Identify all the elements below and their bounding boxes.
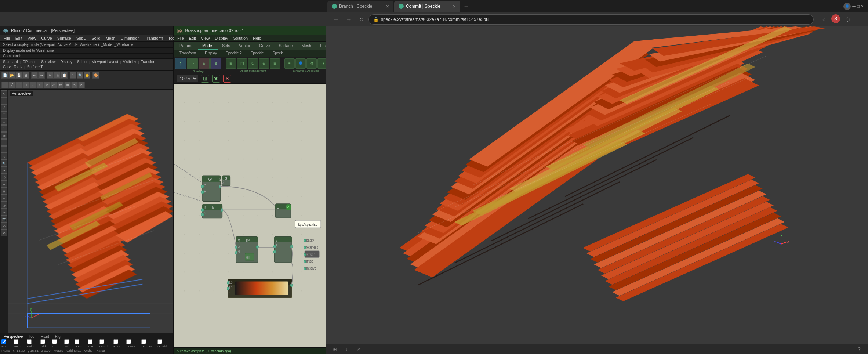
viewport-tab-top[interactable]: Top [26,335,37,339]
toolbar-setview[interactable]: Set View [40,59,57,64]
menu-view[interactable]: View [25,35,39,42]
back-button[interactable]: ← [331,14,341,25]
open-icon[interactable]: 📂 [8,72,15,79]
paste-icon[interactable]: 📋 [61,72,68,79]
pan-icon[interactable]: ✋ [84,72,90,79]
mirror-icon[interactable]: ⇔ [57,82,64,88]
new-file-icon[interactable]: 📄 [1,72,8,79]
toolbar-display[interactable]: Display [59,59,74,64]
settings-icon[interactable]: ⋮ [855,14,865,25]
menu-mesh[interactable]: Mesh [103,35,118,42]
status-planar[interactable]: Planar [95,349,105,353]
gh-stream-btn-3[interactable]: ⚙ [306,58,317,69]
gh-obj-btn-4[interactable]: ◈ [259,58,269,69]
viewport-tab-perspective[interactable]: Perspective [1,335,25,339]
gh-menu-display[interactable]: Display [213,35,230,42]
zoom-dropdown[interactable]: 100% 75% 150% [177,75,198,82]
speckle-3d-viewer[interactable]: X Y Z [326,26,868,344]
extrude-icon[interactable]: ↑ [36,82,43,88]
minimize-button[interactable]: ─ [852,4,856,9]
zoom-icon[interactable]: 🔍 [77,72,83,79]
gh-eye-btn[interactable]: 👁 [212,75,220,83]
tool-history[interactable]: ⟲ [1,223,7,230]
gh-obj-btn-2[interactable]: ◫ [237,58,247,69]
status-ortho[interactable]: Ortho [84,349,93,353]
tool-camera[interactable]: 📷 [1,216,7,223]
tool-snap[interactable]: ⊞ [1,188,7,195]
array-icon[interactable]: ⊞ [64,82,71,88]
tool-box[interactable]: □ [1,118,7,125]
toolbar-cplanes[interactable]: CPlanes [21,59,38,64]
speckle-expand-btn[interactable]: ⤢ [354,345,363,354]
refresh-button[interactable]: ↻ [356,14,366,25]
menu-surface[interactable]: Surface [55,35,73,42]
tool-layer[interactable]: ≡ [1,195,7,202]
tool-workspace[interactable]: ⚙ [1,230,7,236]
gh-send-btn-2[interactable]: → [187,58,198,69]
menu-file[interactable]: File [1,35,12,42]
gh-send-btn-1[interactable]: ↑ [175,58,186,69]
speckle-download-btn[interactable]: ↓ [342,345,351,354]
viewport-tab-right[interactable]: Right [53,335,66,339]
toolbar-standard[interactable]: Standard [1,59,19,64]
status-gridsnap[interactable]: Grid Snap [66,349,81,353]
polyline-icon[interactable]: ⌒ [15,82,22,88]
gh-obj-btn-3[interactable]: ⬡ [248,58,258,69]
redo-icon[interactable]: ↪ [38,72,45,79]
star-icon[interactable]: ☆ [819,14,829,25]
close-button[interactable]: × [861,4,864,9]
speckle-grid-btn[interactable]: ⊞ [330,345,339,354]
gh-tab-speckle[interactable]: Speckle [246,50,268,57]
tool-dimension[interactable]: ↕ [1,146,7,153]
gh-tab-maths[interactable]: Maths [198,42,218,50]
box-icon[interactable]: □ [22,82,29,88]
gh-obj-btn-1[interactable]: ⊞ [226,58,236,69]
gh-tab-display2[interactable]: Display [200,50,221,57]
tool-curve[interactable]: ⌒ [1,111,7,118]
gh-tab-mesh[interactable]: Mesh [297,42,316,50]
menu-solid[interactable]: Solid [89,35,102,42]
gh-tab-sets[interactable]: Sets [218,42,235,50]
rhino-viewport[interactable]: Perspective [8,90,173,333]
toolbar-select[interactable]: Select [76,59,89,64]
branch-tab-close[interactable]: × [386,3,389,9]
menu-dimension[interactable]: Dimension [119,35,142,42]
menu-subd[interactable]: SubD [74,35,89,42]
toolbar-transform[interactable]: Transform [139,59,159,64]
sphere-icon[interactable]: ○ [29,82,36,88]
gh-stream-btn-4[interactable]: ⟨⟩ [317,58,326,69]
scale-icon[interactable]: ⤢ [50,82,57,88]
tool-solid[interactable]: ◉ [1,132,7,139]
toolbar-curve-tools[interactable]: Curve Tools [1,65,24,69]
commit-tab-close[interactable]: × [453,3,456,9]
gh-tab-vector[interactable]: Vector [235,42,255,50]
tool-light[interactable]: ☀ [1,209,7,216]
profile-circle-icon[interactable]: S [831,14,840,23]
copy-icon[interactable]: ⎘ [54,72,61,79]
gh-tab-surface[interactable]: Surface [274,42,297,50]
tool-surface[interactable]: ⬚ [1,125,7,132]
extension-icon[interactable]: ⬡ [842,14,853,25]
tool-v6[interactable]: ⬡ [1,174,7,181]
gh-menu-edit[interactable]: Edit [187,35,198,42]
gh-stop-btn[interactable]: ✕ [223,75,231,83]
gh-menu-solution[interactable]: Solution [231,35,250,42]
gh-menu-help[interactable]: Help [251,35,264,42]
toolbar-surface-tools[interactable]: Surface To... [25,65,49,69]
line-icon[interactable]: ╱ [8,82,15,88]
speckle-help-btn[interactable]: ? [855,345,864,354]
toolbar-visibility[interactable]: Visibility [121,59,138,64]
tool-material[interactable]: ◎ [1,202,7,209]
toolbar-viewport-layout[interactable]: Viewport Layout [91,59,120,64]
render-preview-icon[interactable]: 🎨 [92,72,99,79]
cut-icon[interactable]: ✂ [47,72,54,79]
gh-tab-speckle2[interactable]: Speckle 2 [221,50,246,57]
commit-tab[interactable]: Commit | Speckle × [394,1,460,12]
tool-gumball[interactable]: ⊕ [1,181,7,188]
branch-tab[interactable]: Branch | Speckle × [327,1,393,12]
gh-stream-btn-1[interactable]: ≡ [284,58,295,69]
gh-stream-btn-2[interactable]: 👤 [295,58,306,69]
tool-line[interactable]: ╱ [1,104,7,111]
address-bar[interactable]: 🔒 speckle.xyz/streams/a632e7a784/commits… [368,14,814,25]
viewport-tab-front[interactable]: Front [38,335,51,339]
